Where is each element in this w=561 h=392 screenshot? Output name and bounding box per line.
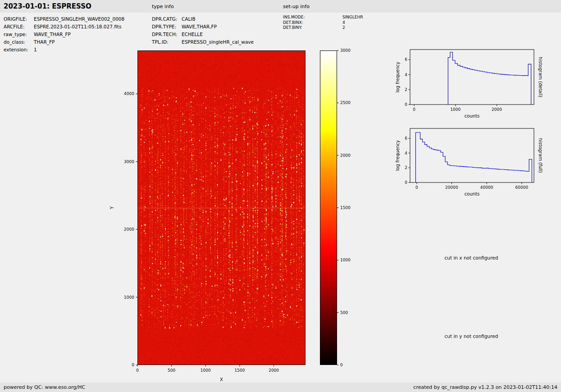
type-info-heading: type info	[152, 4, 174, 9]
x-tick-label: 60000	[515, 185, 528, 190]
info-value: ECHELLE	[182, 31, 203, 38]
info-value: 1	[34, 46, 37, 54]
colorbar-tick-label: 0	[340, 363, 343, 367]
x-tick-label: 0	[136, 368, 139, 373]
qc-report-page: 2023-01-01: ESPRESSO type info set-up in…	[0, 0, 561, 392]
footer-powered-by: powered by QC: www.eso.org/HC	[4, 384, 85, 390]
info-row: DPR.CATG:CALIB	[152, 15, 254, 23]
info-value: SINGLEHR	[342, 15, 363, 20]
info-value: 2	[342, 25, 345, 31]
info-label: INS.MODE:	[283, 15, 342, 20]
info-value: WAVE_THAR_FP	[34, 31, 71, 38]
x-tick-label: 0	[413, 107, 415, 112]
x-tick-label: 0	[415, 185, 418, 190]
info-value: ESPRESSO_singleHR_cal_wave	[182, 38, 254, 46]
detector-image-frame	[137, 50, 306, 365]
info-label: DPR.TYPE:	[152, 23, 182, 31]
histogram-line	[448, 52, 531, 105]
footer-bar: powered by QC: www.eso.org/HC created by…	[0, 383, 561, 392]
y-tick-label: 0	[132, 363, 134, 367]
info-row: TPL.ID:ESPRESSO_singleHR_cal_wave	[152, 38, 254, 46]
colorbar-tick-label: 1000	[340, 258, 351, 262]
y-tick-label: 4000	[124, 91, 134, 96]
info-label: ORIGFILE:	[4, 15, 34, 23]
histogram-line	[415, 132, 532, 182]
info-label: ARCFILE:	[4, 23, 34, 31]
colorbar-gradient	[320, 50, 337, 365]
info-value: WAVE,THAR,FP	[182, 23, 217, 31]
info-value: 4	[342, 20, 345, 26]
info-label: DPR.CATG:	[152, 15, 182, 23]
info-label: raw_type:	[4, 31, 34, 38]
info-label: extension:	[4, 46, 34, 54]
footer-created-by: created by qc_rawdisp.py v1.2.3 on 2023-…	[413, 384, 557, 390]
info-row: DET.BINY:2	[283, 25, 363, 31]
y-tick-label: 3000	[124, 160, 134, 164]
colorbar-tick-label: 500	[340, 310, 348, 315]
colorbar-tick-label: 1500	[340, 205, 351, 210]
info-label: TPL.ID:	[152, 38, 182, 46]
y-tick-label: 4	[405, 73, 407, 77]
info-row: raw_type:WAVE_THAR_FP	[4, 31, 124, 38]
x-tick-label: 2000	[492, 107, 502, 112]
file-info-block: ORIGFILE:ESPRESSO_SINGLEHR_WAVE002_0008A…	[4, 15, 124, 54]
x-tick-label: 40000	[480, 185, 493, 190]
setup-info-heading: set-up info	[283, 4, 310, 9]
info-row: extension:1	[4, 46, 124, 54]
x-tick-label: 20000	[445, 185, 458, 190]
x-tick-label: 1500	[235, 368, 245, 373]
x-tick-label: 2000	[269, 368, 279, 373]
right-axis-label: histogram (detail)	[538, 57, 543, 97]
cut-y-message: cut in y not configured	[445, 333, 498, 339]
type-info-block: DPR.CATG:CALIBDPR.TYPE:WAVE,THAR,FPDPR.T…	[152, 15, 254, 46]
info-row: DPR.TYPE:WAVE,THAR,FP	[152, 23, 254, 31]
x-tick-label: 1000	[201, 368, 211, 373]
colorbar-tick-label: 2500	[340, 100, 351, 105]
info-value: CALIB	[182, 15, 196, 23]
info-label: do_class:	[4, 38, 34, 46]
info-row: INS.MODE:SINGLEHR	[283, 15, 363, 20]
y-tick-label: 2000	[124, 227, 134, 232]
detector-image-canvas	[138, 51, 305, 365]
y-tick-label: 1000	[124, 295, 134, 300]
info-row: DET.BINX:4	[283, 20, 363, 26]
info-row: ARCFILE:ESPRE.2023-01-02T11:05:18.027.fi…	[4, 23, 124, 31]
axes-frame	[410, 128, 534, 182]
info-row: do_class:THAR_FP	[4, 38, 124, 46]
info-value: ESPRESSO_SINGLEHR_WAVE002_0008	[34, 15, 124, 23]
y-tick-label: 2	[405, 165, 407, 170]
y-tick-label: 6	[405, 57, 407, 62]
colorbar-tick-label: 3000	[340, 48, 351, 53]
x-axis-label: counts	[465, 114, 479, 119]
right-axis-label: histogram (full)	[538, 138, 543, 173]
y-tick-label: 4	[405, 151, 407, 155]
y-tick-label: 2	[405, 87, 407, 92]
info-label: DPR.TECH:	[152, 31, 182, 38]
page-title: 2023-01-01: ESPRESSO	[4, 2, 91, 10]
y-axis-label: log frequency	[395, 140, 400, 171]
info-value: THAR_FP	[34, 38, 55, 46]
x-tick-label: 1000	[450, 107, 461, 112]
y-axis-label: log frequency	[395, 62, 400, 93]
info-value: ESPRE.2023-01-02T11:05:18.027.fits	[34, 23, 121, 31]
setup-info-block: INS.MODE:SINGLEHRDET.BINX:4DET.BINY:2	[283, 15, 363, 31]
x-tick-label: 500	[168, 368, 175, 373]
cut-x-message: cut in x not configured	[445, 255, 498, 260]
info-label: DET.BINX:	[283, 20, 342, 26]
y-tick-label: 6	[405, 136, 407, 141]
info-row: ORIGFILE:ESPRESSO_SINGLEHR_WAVE002_0008	[4, 15, 124, 23]
axes-frame	[410, 50, 534, 105]
y-tick-label: 0	[405, 180, 407, 185]
x-axis-label: counts	[465, 191, 479, 196]
x-axis-label: X	[220, 377, 223, 382]
y-axis-label: Y	[109, 206, 114, 210]
info-row: DPR.TECH:ECHELLE	[152, 31, 254, 38]
y-tick-label: 0	[405, 102, 407, 107]
info-label: DET.BINY:	[283, 25, 342, 31]
colorbar-tick-label: 2000	[340, 153, 351, 158]
